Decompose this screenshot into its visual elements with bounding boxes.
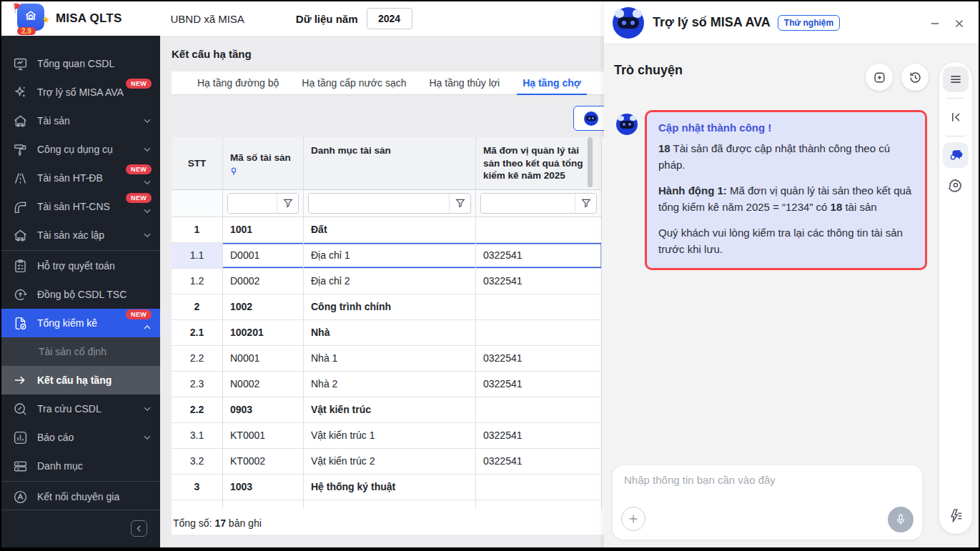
filter-input-name[interactable] [309,194,449,213]
menu-button[interactable] [943,66,969,92]
sidebar-subitem-ket-cau-ha-tang[interactable]: Kết cấu hạ tầng [1,366,160,394]
sidebar-item-tra-cuu-csdl[interactable]: Tra cứu CSDL [1,394,160,423]
mic-icon [894,513,907,526]
tab-3[interactable]: Hạ tầng thủy lợi [417,71,511,94]
close-icon[interactable] [953,17,966,30]
history-button[interactable] [901,64,929,91]
chevron-left-icon [134,524,144,533]
plus-square-icon [873,71,886,84]
sidebar-item-tro-ly-so-misa-ava[interactable]: Trợ lý số MISA AVANEW [1,78,160,106]
sidebar-item-tai-san-ht-db[interactable]: Tài sản HT-ĐBNEW [1,164,160,192]
chevron-down-icon [142,144,153,155]
table-cell: KT0002 [223,449,304,474]
history-icon [909,71,922,84]
table-row[interactable]: 1.2D0002Địa chỉ 20322541 [172,269,602,294]
logo-version-badge: 2.9 [17,27,36,35]
tab-2[interactable]: Hạ tầng cấp nước sạch [290,71,417,94]
sidebar-item-label: Tài sản [37,115,70,126]
table-cell: 10 [172,500,223,509]
table-row[interactable]: 2.20903Vật kiến trúc [172,397,602,423]
list-icon [13,458,29,474]
right-rail [939,62,972,534]
sidebar-item-tai-san[interactable]: Tài sản [1,106,160,135]
table-cell: Nhà 2 [304,372,476,397]
quick-actions-button[interactable] [939,508,972,524]
table-row[interactable]: 3.1KT0001Vật kiến trúc 10322541 [172,423,602,449]
column-header-stt[interactable]: STT [172,137,223,189]
plus-icon [627,512,640,525]
tab-1[interactable]: Hạ tầng đường bộ [186,71,290,94]
table-row[interactable]: 2.1100201Nhà [172,320,602,346]
sidebar-item-label: Tài sản HT-CNS [37,201,110,212]
data-year-select[interactable]: 2024 [367,8,412,29]
sidebar-item-ket-noi-chuyen-gia[interactable]: Kết nối chuyên gia [1,482,160,511]
table-row[interactable]: 2.2N0001Nhà 10322541 [172,346,602,372]
mic-button[interactable] [888,507,914,532]
table-row[interactable]: 2.3N0002Nhà 20322541 [172,372,602,397]
table-cell [476,294,602,319]
table-scrollbar-thumb[interactable] [588,137,593,187]
sidebar-nav: Tổng quan CSDLTrợ lý số MISA AVANEWTài s… [1,36,160,511]
chevron-down-icon [142,229,153,241]
sidebar-item-bao-cao[interactable]: Báo cáo [1,423,160,452]
column-header-code[interactable]: Mã số tài sản [223,137,304,189]
roller-icon [13,142,29,157]
table-row[interactable]: 10111110111111010322541 [172,500,602,509]
column-header-name[interactable]: Danh mục tài sản [304,137,476,189]
column-header-unit[interactable]: Mã đơn vị quản lý tài sản theo kết quả t… [476,137,602,189]
table-row[interactable]: 21002Công trình chính [172,294,602,320]
sidebar-item-tong-quan-csdl[interactable]: Tổng quan CSDL [1,49,160,78]
sidebar-item-cong-cu-dung-cu[interactable]: Công cụ dụng cụ [1,135,160,164]
sidebar-item-dong-bo-csdl-tsc[interactable]: Đồng bộ CSDL TSC [1,280,160,309]
table-cell: Vật kiến trúc 1 [304,423,476,448]
settings-button[interactable] [943,172,969,198]
attach-button[interactable] [621,507,645,531]
filter-funnel-icon[interactable] [449,194,470,213]
table-cell: 3.1 [172,423,223,448]
collapse-panel-button[interactable] [943,104,969,130]
house-icon [24,9,38,23]
sidebar-item-label: Đồng bộ CSDL TSC [37,289,127,300]
table-row[interactable]: 1.1D0001Địa chỉ 10322541 [172,243,602,269]
message-avatar [616,114,638,135]
sidebar-item-label: Hỗ trợ quyết toán [37,260,115,272]
new-badge: NEW [126,79,152,89]
sparkle-icon [13,84,29,100]
chat-input[interactable] [624,474,911,486]
sidebar-item-tong-kiem-ke[interactable]: Tổng kiểm kêNEW [1,309,160,337]
table-body: 11001Đất1.1D0001Địa chỉ 103225411.2D0002… [172,217,602,509]
chat-panel: Trợ lý số MISA AVA Thử nghiệm Trò chuyện… [604,1,979,547]
sidebar-item-tai-san-xac-lap[interactable]: Tài sản xác lập [1,221,160,249]
expert-icon [13,489,29,505]
message-paragraph: Quý khách vui lòng kiểm tra lại các thôn… [658,225,914,257]
minimize-icon[interactable] [929,17,941,30]
sidebar-item-ho-tro-quyet-toan[interactable]: Hỗ trợ quyết toán [1,252,160,280]
filter-input-code[interactable] [228,194,277,213]
tab-4[interactable]: Hạ tầng chợ [511,71,593,94]
table-cell: D0002 [223,269,304,294]
pipe-icon [13,199,29,214]
table-cell: 2.2 [172,346,223,371]
table-cell: Hệ thống ký thuật [304,475,476,500]
sidebar-collapse-button[interactable] [131,520,147,537]
filter-funnel-icon[interactable] [575,194,596,213]
rail-divider [946,136,965,136]
filter-input-unit[interactable] [481,194,575,213]
table-cell: 1111101 [223,500,304,509]
table-row[interactable]: 11001Đất [172,217,602,243]
sidebar-subitem-tai-san-co-dinh[interactable]: Tài sản cố định [1,337,160,366]
sidebar-divider [1,481,160,482]
chat-tab-button[interactable] [943,142,969,168]
table-cell: 100201 [223,320,304,345]
table-row[interactable]: 31003Hệ thống ký thuật [172,475,602,500]
new-chat-button[interactable] [866,64,893,91]
arrow-right-icon [13,374,27,386]
collapse-left-icon [949,110,963,124]
table-cell [476,217,602,242]
table-cell: 1.2 [172,269,223,294]
org-name[interactable]: UBND xã MISA [170,13,244,25]
table-row[interactable]: 3.2KT0002Vật kiến trúc 20322541 [172,449,602,475]
sidebar-item-tai-san-ht-cns[interactable]: Tài sản HT-CNSNEW [1,192,160,221]
filter-funnel-icon[interactable] [277,194,298,213]
sidebar-item-danh-muc[interactable]: Danh mục [1,452,160,480]
